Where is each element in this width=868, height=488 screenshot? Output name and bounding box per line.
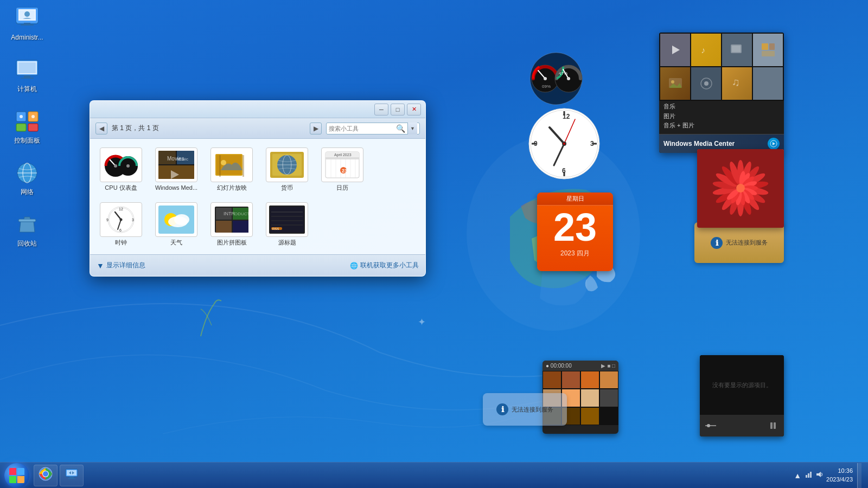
gadget-item-windows-media[interactable]: Movies Music Windows Med... [152, 145, 201, 194]
media-center-title: Windows Media Center [663, 140, 735, 147]
svg-text:6: 6 [562, 167, 566, 175]
media-tile-4 [753, 34, 783, 66]
svg-rect-54 [762, 51, 775, 56]
desktop-icon-admin[interactable]: Administr... [5, 5, 49, 41]
mosaic-cell-2 [561, 371, 580, 389]
gadget-item-clock[interactable]: 12 3 6 9 时钟 [97, 200, 145, 248]
svg-rect-166 [67, 470, 76, 476]
tray-volume-icon[interactable] [815, 471, 823, 480]
window-controls[interactable]: ─ □ ✕ [374, 104, 421, 115]
admin-icon [14, 5, 40, 31]
desktop-icon-control-panel[interactable]: 控制面板 [5, 108, 49, 144]
mosaic-time: ● 00:00:00 [546, 363, 572, 369]
globe-icon: 🌐 [350, 262, 358, 269]
calendar-weekday: 星期日 [537, 192, 613, 206]
svg-point-18 [20, 115, 23, 118]
recycle-label: 回收站 [17, 240, 37, 247]
maximize-button[interactable]: □ [391, 104, 405, 115]
time-display: 10:36 [826, 467, 853, 475]
close-button[interactable]: ✕ [407, 104, 421, 115]
media-tile-music: ♪ [691, 34, 721, 66]
svg-text:9: 9 [534, 140, 538, 147]
svg-rect-172 [808, 473, 809, 478]
get-more-gadgets-link[interactable]: 🌐 联机获取更多小工具 [350, 261, 419, 270]
calendar-gadget-name: 日历 [336, 184, 348, 191]
gadget-item-feed-headline[interactable]: RSS 源标题 [263, 200, 311, 248]
computer-label: 计算机 [17, 85, 37, 93]
svg-rect-23 [18, 219, 36, 222]
mosaic-cell-7 [580, 389, 599, 407]
svg-rect-150 [233, 221, 248, 233]
media-labels: 音乐 图片 音乐 + 图片 [659, 101, 784, 134]
taskbar-chrome-button[interactable] [34, 465, 58, 486]
gadget-item-slideshow[interactable]: 幻灯片放映 [207, 145, 256, 194]
svg-point-59 [704, 81, 709, 86]
gadget-item-currency[interactable]: 货币 [263, 145, 311, 194]
taskbar: ▲ 10:36 2023/4/23 [0, 462, 868, 488]
weather-thumb [155, 202, 197, 237]
media-tile-8 [753, 67, 783, 100]
feed-headline-name: 源标题 [278, 239, 296, 246]
calendar-thumb: 23 April 2023 [321, 147, 363, 182]
cpu-meter-gadget: 09% 47% [526, 49, 586, 108]
video-content: 没有要显示的源项目。 [700, 355, 784, 415]
svg-point-56 [671, 80, 674, 84]
mosaic-header: ● 00:00:00 ▶ ■ □ [542, 361, 618, 371]
tray-arrow-icon[interactable]: ▲ [794, 471, 801, 480]
svg-point-141 [120, 219, 123, 221]
start-button[interactable] [2, 463, 31, 489]
cannot-connect-right-gadget: ℹ 无法连接到服务 [694, 222, 784, 263]
gadget-item-calendar[interactable]: 23 April 2023 日历 [318, 145, 367, 194]
svg-text:✦: ✦ [418, 317, 426, 328]
svg-point-96 [707, 424, 710, 427]
tray-time[interactable]: 10:36 2023/4/23 [826, 467, 853, 484]
gadget-item-weather[interactable]: 天气 [152, 200, 201, 248]
currency-name: 货币 [281, 184, 293, 191]
calendar-day: 23 [537, 206, 613, 249]
video-no-source-text: 没有要显示的源项目。 [708, 377, 776, 394]
search-box[interactable]: 🔍 ▼ [326, 123, 420, 134]
mosaic-cell-1 [542, 371, 561, 389]
gadget-item-cpu[interactable]: CPU 仪表盘 [97, 145, 145, 194]
calendar-gadget: 星期日 23 2023 四月 [537, 192, 613, 271]
svg-text:RSS: RSS [272, 227, 279, 230]
window-content: CPU 仪表盘 Movies Music Windows Med... [90, 139, 425, 255]
svg-rect-123 [326, 157, 359, 159]
desktop-icon-recycle[interactable]: 回收站 [5, 211, 49, 247]
svg-point-47 [563, 143, 565, 145]
minimize-button[interactable]: ─ [374, 104, 388, 115]
get-more-label: 联机获取更多小工具 [360, 261, 419, 270]
svg-text:23: 23 [342, 168, 347, 174]
svg-text:9: 9 [106, 218, 108, 222]
svg-text:Music: Music [177, 157, 188, 162]
nav-next-button[interactable]: ▶ [310, 123, 322, 134]
svg-point-113 [221, 160, 226, 165]
svg-point-164 [43, 471, 48, 477]
control-panel-icon [14, 108, 40, 134]
network-label: 网络 [21, 188, 34, 196]
mosaic-cell-8 [599, 389, 618, 407]
svg-rect-7 [24, 23, 30, 24]
search-dropdown-button[interactable]: ▼ [407, 123, 417, 134]
desktop-icon-computer[interactable]: 计算机 [5, 57, 49, 93]
control-panel-label: 控制面板 [14, 137, 40, 144]
cannot-connect-right-text: 无法连接到服务 [726, 239, 768, 247]
svg-rect-149 [216, 221, 232, 233]
svg-point-145 [168, 216, 188, 227]
svg-text:♪: ♪ [701, 46, 705, 55]
show-desktop-button[interactable] [857, 463, 861, 488]
svg-marker-62 [773, 142, 775, 145]
nav-prev-button[interactable]: ◀ [95, 123, 107, 134]
tray-network-icon[interactable] [805, 471, 812, 480]
show-detail-button[interactable]: ▼ 显示详细信息 [97, 261, 145, 270]
svg-rect-97 [770, 422, 773, 429]
weather-name: 天气 [170, 239, 182, 246]
gadget-item-picture-puzzle[interactable]: INTR ODUCT 图片拼图板 [207, 200, 256, 248]
chevron-down-icon: ▼ [97, 261, 104, 270]
svg-rect-167 [69, 477, 74, 478]
desktop-icon-network[interactable]: 网络 [5, 160, 49, 196]
mosaic-cell-12 [599, 407, 618, 425]
search-input[interactable] [329, 125, 394, 132]
taskbar-remote-button[interactable] [60, 465, 84, 486]
media-tiles: ♪ ♫ [659, 33, 784, 101]
